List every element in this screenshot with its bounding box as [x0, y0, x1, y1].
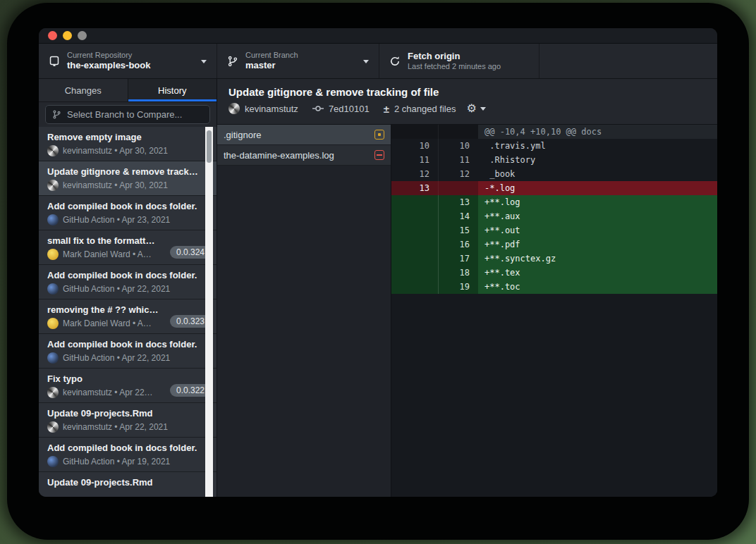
current-repository-value: the-examples-book: [67, 60, 150, 71]
file-name: .gitignore: [224, 130, 369, 140]
commit-list-item[interactable]: small fix to the formatt…Mark Daniel War…: [39, 230, 217, 265]
old-line-number: 10: [391, 139, 438, 153]
commit-item-author-date: kevinamstutz • Apr 22, 2021: [63, 422, 168, 432]
commit-item-title: Update gitignore & remove tracki…: [47, 166, 198, 177]
minimize-button[interactable]: [63, 31, 72, 40]
changed-files-count: 2 changed files: [394, 104, 456, 114]
diff-options-button[interactable]: ⚙: [466, 103, 485, 114]
diff-code-text: _book: [478, 167, 717, 181]
new-line-number: 19: [438, 280, 478, 294]
avatar: [47, 421, 59, 433]
commit-title: Update gitignore & remove tracking of fi…: [228, 86, 706, 98]
diff-code-text: +**.toc: [478, 280, 717, 294]
old-line-number: [391, 125, 438, 139]
commit-list-item[interactable]: Update 09-projects.Rmd: [39, 472, 217, 497]
toolbar: Current Repository the-examples-book Cur…: [39, 44, 717, 79]
fetch-origin-button[interactable]: Fetch origin Last fetched 2 minutes ago: [379, 44, 539, 78]
diff-view: @@ -10,4 +10,10 @@ docs1010 .travis.yml1…: [391, 125, 717, 497]
commit-list-item[interactable]: Remove empty imagekevinamstutz • Apr 30,…: [39, 127, 217, 161]
new-line-number: 11: [438, 153, 478, 167]
diff-code-text: @@ -10,4 +10,10 @@ docs: [478, 125, 717, 139]
commit-item-title: Add compiled book in docs folder.: [47, 339, 198, 350]
commit-item-meta: GitHub Action • Apr 19, 2021: [47, 456, 198, 467]
old-line-number: [391, 266, 438, 280]
sidebar: Changes History Remove empty imagekevina…: [39, 79, 217, 497]
new-line-number: 15: [438, 223, 478, 237]
tab-history[interactable]: History: [128, 79, 217, 101]
current-branch-label: Current Branch: [245, 51, 298, 61]
chevron-down-icon: [480, 107, 486, 111]
commit-list-item[interactable]: Update gitignore & remove tracki…kevinam…: [39, 161, 217, 196]
gear-icon: ⚙: [466, 103, 476, 114]
avatar: [47, 318, 59, 329]
commit-item-author-date: kevinamstutz • Apr 30, 2021: [63, 146, 168, 156]
avatar: [47, 387, 59, 398]
commit-list-item[interactable]: Fix typokevinamstutz • Apr 22…0.0.322: [39, 369, 217, 403]
commit-item-author-date: kevinamstutz • Apr 30, 2021: [63, 180, 168, 190]
current-repository-label: Current Repository: [67, 51, 150, 61]
commit-list-item[interactable]: Add compiled book in docs folder.GitHub …: [39, 438, 217, 472]
repo-icon: [49, 56, 60, 67]
commit-item-meta: kevinamstutz • Apr 30, 2021: [47, 180, 198, 191]
avatar: [47, 352, 59, 364]
sync-icon: [389, 56, 401, 67]
commit-hash[interactable]: 7ed10101: [329, 104, 370, 114]
scrollbar-thumb[interactable]: [207, 130, 212, 163]
avatar: [47, 249, 59, 260]
chevron-down-icon: [201, 60, 207, 63]
old-line-number: [391, 223, 438, 237]
fetch-origin-sublabel: Last fetched 2 minutes ago: [408, 62, 501, 72]
branch-compare-field[interactable]: [45, 105, 210, 124]
commit-item-meta: kevinamstutz • Apr 30, 2021: [47, 145, 198, 156]
diff-line-added: 13+**.log: [391, 195, 717, 209]
diff-line-added: 14+**.aux: [391, 209, 717, 223]
commit-item-author-date: GitHub Action • Apr 19, 2021: [63, 457, 170, 466]
current-branch-button[interactable]: Current Branch master: [217, 44, 379, 78]
commit-list-scrollbar[interactable]: [205, 127, 213, 497]
current-repository-button[interactable]: Current Repository the-examples-book: [39, 44, 217, 78]
branch-compare-input[interactable]: [67, 109, 203, 120]
avatar: [47, 214, 59, 225]
chevron-down-icon: [363, 60, 369, 63]
commit-list-item[interactable]: Update 09-projects.Rmdkevinamstutz • Apr…: [39, 403, 217, 438]
commit-list-item[interactable]: Add compiled book in docs folder.GitHub …: [39, 265, 217, 299]
diff-line-added: 18+**.tex: [391, 266, 717, 280]
zoom-button[interactable]: [78, 31, 87, 40]
commit-item-title: Update 09-projects.Rmd: [47, 477, 198, 488]
branch-icon: [227, 56, 238, 67]
old-line-number: [391, 252, 438, 266]
new-line-number: [438, 181, 478, 195]
current-branch-value: master: [245, 60, 298, 71]
new-line-number: 17: [438, 252, 478, 266]
old-line-number: [391, 280, 438, 294]
new-line-number: 16: [438, 237, 478, 252]
commit-item-title: Add compiled book in docs folder.: [47, 270, 198, 280]
old-line-number: [391, 195, 438, 209]
old-line-number: 12: [391, 167, 438, 181]
avatar: [228, 103, 240, 114]
diff-stat-icon: ±: [384, 104, 389, 114]
deleted-status-icon: [374, 150, 384, 160]
diff-code-text: +**.out: [478, 223, 717, 237]
commit-history-list: Remove empty imagekevinamstutz • Apr 30,…: [39, 127, 217, 497]
avatar: [47, 283, 59, 295]
diff-code-text: -*.log: [478, 181, 717, 195]
close-button[interactable]: [48, 31, 57, 40]
commit-item-title: removing the # ?? whic…: [47, 304, 198, 315]
tab-changes[interactable]: Changes: [39, 79, 128, 101]
commit-item-meta: GitHub Action • Apr 23, 2021: [47, 214, 198, 225]
old-line-number: [391, 237, 438, 252]
commit-item-title: Add compiled book in docs folder.: [47, 443, 198, 453]
file-row[interactable]: .gitignore: [217, 125, 391, 145]
commit-item-meta: kevinamstutz • Apr 22, 2021: [47, 421, 198, 433]
commit-list-item[interactable]: Add compiled book in docs folder.GitHub …: [39, 334, 217, 369]
commit-item-author-date: GitHub Action • Apr 22, 2021: [63, 284, 170, 294]
new-line-number: 12: [438, 167, 478, 181]
commit-item-author-date: GitHub Action • Apr 23, 2021: [63, 215, 170, 225]
titlebar: [39, 28, 717, 44]
file-row[interactable]: the-datamine-examples.log: [217, 145, 391, 166]
commit-list-item[interactable]: Add compiled book in docs folder.GitHub …: [39, 196, 217, 230]
commit-list-item[interactable]: removing the # ?? whic…Mark Daniel Ward …: [39, 299, 217, 334]
github-desktop-window: Current Repository the-examples-book Cur…: [39, 28, 717, 497]
changed-files-list: .gitignorethe-datamine-examples.log: [217, 125, 391, 497]
